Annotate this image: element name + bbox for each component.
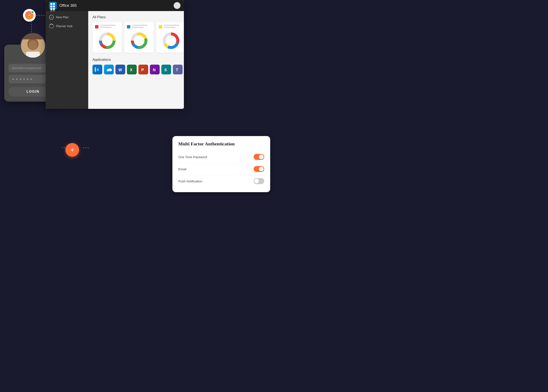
svg-text:N: N <box>153 68 156 72</box>
plan-3-lines <box>164 25 183 29</box>
plan-line <box>132 27 144 28</box>
donut-3-wrap <box>159 31 183 50</box>
app-word[interactable]: W <box>115 65 125 74</box>
office-user-avatar <box>174 2 180 9</box>
plan-card-2[interactable] <box>124 22 154 53</box>
plan-2-lines <box>132 25 151 29</box>
plan-card-1[interactable] <box>92 22 122 53</box>
mfa-otp-toggle-knob <box>259 154 264 159</box>
mfa-push-toggle-knob <box>254 179 259 183</box>
app-outlook[interactable]: O <box>92 65 102 74</box>
office-main: All Plans <box>88 11 184 109</box>
donut-chart-1 <box>98 32 116 50</box>
svg-point-7 <box>28 41 37 50</box>
mfa-email-toggle[interactable] <box>254 166 264 172</box>
plan-line <box>100 25 115 26</box>
lock-icon: 🔒 <box>27 13 32 18</box>
leaf-badge <box>31 11 34 14</box>
plan-line <box>164 25 179 26</box>
plan-3-color <box>159 25 162 28</box>
svg-rect-9 <box>21 34 45 39</box>
mfa-row-push: Push Notification <box>178 175 264 187</box>
svg-text:O: O <box>97 68 99 71</box>
mfa-panel: Multi Factor Authentication One Time Pas… <box>172 136 270 192</box>
plans-section-title: All Plans <box>92 15 184 19</box>
planner-hub-label: Planner Hub <box>56 24 72 28</box>
plus-button[interactable]: + <box>65 143 79 157</box>
plan-card-3-header <box>159 25 183 29</box>
security-icon-wrap: 🔒 <box>23 9 36 22</box>
mfa-push-toggle[interactable] <box>254 178 264 184</box>
svg-text:X: X <box>130 68 132 72</box>
plan-1-lines <box>100 25 119 29</box>
plan-line <box>100 27 111 28</box>
svg-rect-8 <box>26 52 40 58</box>
sidebar-item-new-plan[interactable]: + New Plan <box>46 13 88 22</box>
plus-icon: + <box>70 147 74 153</box>
donut-1-wrap <box>95 31 119 50</box>
app-powerpoint[interactable]: P <box>138 65 148 74</box>
office-titlebar: Office 365 <box>46 0 184 11</box>
office-body: + New Plan Planner Hub All Plans <box>46 11 184 109</box>
svg-text:S: S <box>164 68 167 72</box>
svg-text:T: T <box>176 68 178 72</box>
new-plan-icon: + <box>49 15 54 20</box>
plan-1-color <box>95 25 98 28</box>
plans-grid <box>92 22 184 53</box>
app-onenote[interactable]: N <box>150 65 160 74</box>
mfa-otp-label: One Time Password <box>178 155 207 159</box>
mfa-title: Multi Factor Authentication <box>178 141 264 147</box>
donut-chart-2 <box>130 32 148 50</box>
mfa-otp-toggle[interactable] <box>254 154 264 160</box>
mfa-row-email: Email <box>178 163 264 175</box>
security-icon: 🔒 <box>25 11 34 20</box>
apps-row: O W X P <box>92 65 184 74</box>
app-excel[interactable]: X <box>127 65 137 74</box>
svg-text:W: W <box>118 68 122 72</box>
donut-2-wrap <box>127 31 151 50</box>
plan-2-color <box>127 25 130 28</box>
office-panel: Office 365 + New Plan Planner Hub All Pl… <box>46 0 184 109</box>
plan-card-1-header <box>95 25 119 29</box>
mfa-email-toggle-knob <box>259 167 264 171</box>
mfa-row-otp: One Time Password <box>178 151 264 163</box>
avatar <box>20 33 46 58</box>
new-plan-label: New Plan <box>56 15 69 19</box>
plan-line <box>132 25 147 26</box>
planner-hub-icon <box>49 24 54 28</box>
sidebar-item-planner-hub[interactable]: Planner Hub <box>46 22 88 31</box>
plan-card-3[interactable] <box>156 22 184 53</box>
app-teams[interactable]: T <box>173 65 183 74</box>
mfa-email-label: Email <box>178 167 187 171</box>
apps-section: Applications O W X <box>92 58 184 74</box>
plan-line <box>164 27 175 28</box>
office-title: Office 365 <box>59 3 171 8</box>
mfa-push-label: Push Notification <box>178 179 202 183</box>
office-grid-icon <box>49 2 57 9</box>
svg-text:P: P <box>141 68 144 72</box>
app-sharepoint[interactable]: S <box>161 65 171 74</box>
plan-card-2-header <box>127 25 151 29</box>
office-sidebar: + New Plan Planner Hub <box>46 11 88 109</box>
avatar-svg <box>21 34 45 58</box>
apps-section-title: Applications <box>92 58 184 62</box>
app-onedrive[interactable] <box>104 65 114 74</box>
donut-chart-3 <box>162 32 180 50</box>
